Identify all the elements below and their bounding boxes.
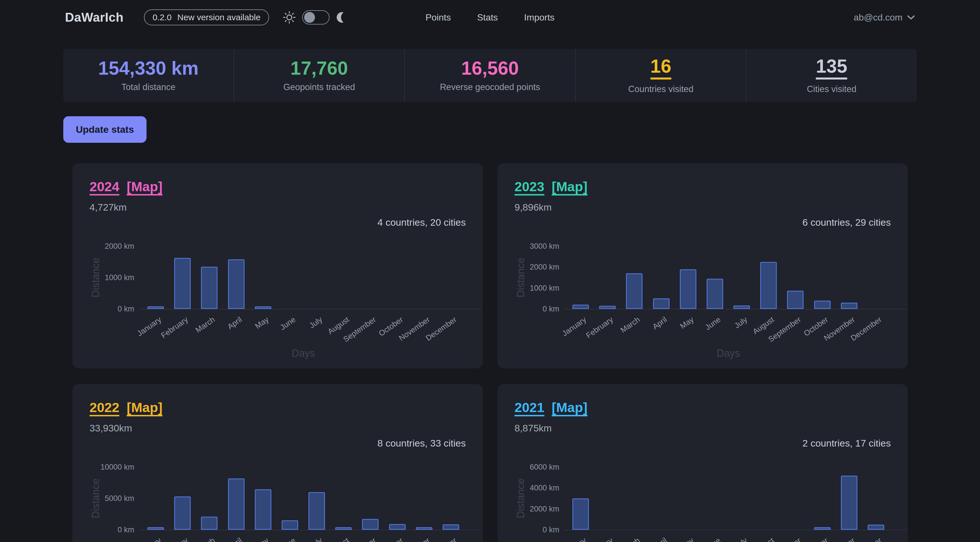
version-message: New version available <box>177 13 261 22</box>
user-menu[interactable]: ab@cd.com <box>854 12 915 23</box>
year-summary-2024: 4 countries, 20 cities <box>89 217 466 228</box>
version-number: 0.2.0 <box>153 13 172 22</box>
theme-toggle[interactable] <box>302 10 329 24</box>
stat-value-geopoints-tracked: 17,760 <box>291 59 348 78</box>
bar-august <box>760 262 777 309</box>
y-tick: 4000 km <box>514 483 559 493</box>
x-tick-december: December <box>829 536 883 542</box>
app-header: DaWarIch 0.2.0 New version available Poi… <box>0 0 980 35</box>
x-tick-june: June <box>243 536 297 542</box>
x-tick-may: May <box>641 536 695 542</box>
y-tick: 3000 km <box>514 242 559 251</box>
nav-points[interactable]: Points <box>426 12 451 23</box>
moon-icon <box>336 11 348 23</box>
map-link-2024[interactable]: [Map] <box>127 179 162 194</box>
y-tick: 2000 km <box>514 504 559 513</box>
y-tick: 0 km <box>514 305 559 313</box>
stat-value-countries-visited[interactable]: 16 <box>651 57 671 79</box>
stat-label-reverse-geocoded-points: Reverse geocoded points <box>440 82 540 92</box>
stat-value-total-distance: 154,330 km <box>98 59 198 78</box>
x-tick-september: September <box>323 536 378 542</box>
year-link-2024[interactable]: 2024 <box>89 179 119 194</box>
year-card-2022: 2022[Map]33,930km8 countries, 33 citiesD… <box>72 384 483 542</box>
y-tick: 0 km <box>89 526 134 534</box>
theme-switcher <box>283 10 348 24</box>
stat-label-geopoints-tracked: Geopoints tracked <box>283 82 355 92</box>
y-tick: 2000 km <box>89 242 134 251</box>
bar-june <box>282 520 298 530</box>
x-tick-december: December <box>829 315 883 357</box>
update-stats-button[interactable]: Update stats <box>63 116 146 143</box>
card-title-2024: 2024[Map] <box>89 179 466 194</box>
year-card-2021: 2021[Map]8,875km2 countries, 17 citiesDi… <box>497 384 908 542</box>
stat-label-countries-visited: Countries visited <box>628 84 694 94</box>
year-link-2023[interactable]: 2023 <box>514 179 544 194</box>
card-title-2023: 2023[Map] <box>514 179 891 194</box>
bar-october <box>814 527 830 530</box>
bar-march <box>201 267 218 309</box>
card-title-2021: 2021[Map] <box>514 399 891 415</box>
map-link-2022[interactable]: [Map] <box>127 399 162 415</box>
distance-chart-2024: Distance2000 km1000 km0 kmJanuaryFebruar… <box>89 246 466 369</box>
y-tick: 10000 km <box>89 463 134 472</box>
year-distance-2022: 33,930km <box>89 423 466 434</box>
year-cards-grid: 2024[Map]4,727km4 countries, 20 citiesDi… <box>72 163 908 542</box>
y-tick: 2000 km <box>514 263 559 272</box>
bar-september <box>362 519 379 530</box>
x-tick-march: March <box>587 536 642 542</box>
x-axis-line <box>565 309 907 310</box>
version-badge[interactable]: 0.2.0 New version available <box>144 10 269 25</box>
year-card-2024: 2024[Map]4,727km4 countries, 20 citiesDi… <box>72 163 483 369</box>
y-tick: 5000 km <box>89 494 134 503</box>
year-distance-2023: 9,896km <box>514 202 891 213</box>
x-tick-october: October <box>351 536 405 542</box>
year-link-2021[interactable]: 2021 <box>514 399 544 415</box>
chevron-down-icon <box>907 15 915 20</box>
stat-label-cities-visited: Cities visited <box>807 84 856 94</box>
main-nav: Points Stats Imports <box>426 12 555 23</box>
x-tick-october: October <box>776 536 830 542</box>
distance-chart-2022: Distance10000 km5000 km0 kmJanuaryFebrua… <box>89 467 466 542</box>
year-card-2023: 2023[Map]9,896km6 countries, 29 citiesDi… <box>497 163 908 369</box>
year-summary-2023: 6 countries, 29 cities <box>514 217 891 228</box>
x-tick-november: November <box>377 536 431 542</box>
map-link-2023[interactable]: [Map] <box>552 179 587 194</box>
nav-stats[interactable]: Stats <box>477 12 498 23</box>
bar-february <box>599 306 616 309</box>
stat-geopoints-tracked: 17,760Geopoints tracked <box>234 49 405 102</box>
year-link-2022[interactable]: 2022 <box>89 399 119 415</box>
nav-imports[interactable]: Imports <box>524 12 555 23</box>
sun-icon <box>283 11 296 24</box>
bar-january <box>573 498 589 530</box>
year-distance-2021: 8,875km <box>514 423 891 434</box>
x-tick-february: February <box>561 536 615 542</box>
y-tick: 6000 km <box>514 463 559 472</box>
stat-value-reverse-geocoded-points: 16,560 <box>461 59 519 78</box>
stats-row: 154,330 kmTotal distance17,760Geopoints … <box>63 49 917 102</box>
bar-june <box>706 279 723 309</box>
stat-value-cities-visited[interactable]: 135 <box>816 57 847 79</box>
x-tick-april: April <box>189 536 244 542</box>
bar-february <box>174 496 191 530</box>
x-tick-march: March <box>162 536 216 542</box>
bar-march <box>626 273 643 309</box>
x-tick-january: January <box>534 536 588 542</box>
bar-november <box>841 303 858 309</box>
card-title-2022: 2022[Map] <box>89 399 466 415</box>
x-tick-july: July <box>695 536 749 542</box>
bar-april <box>228 259 245 309</box>
year-distance-2024: 4,727km <box>89 202 466 213</box>
bar-august <box>335 527 352 530</box>
distance-chart-2023: Distance3000 km2000 km1000 km0 kmJanuary… <box>514 246 891 369</box>
x-tick-february: February <box>136 536 190 542</box>
map-link-2021[interactable]: [Map] <box>552 399 587 415</box>
bar-december <box>443 525 459 530</box>
distance-chart-2021: Distance6000 km4000 km2000 km0 kmJanuary… <box>514 467 891 542</box>
year-summary-2022: 8 countries, 33 cities <box>89 438 466 449</box>
bar-september <box>787 291 803 309</box>
bar-march <box>201 517 218 530</box>
stat-reverse-geocoded-points: 16,560Reverse geocoded points <box>405 49 576 102</box>
x-tick-july: July <box>270 536 324 542</box>
bar-july <box>309 492 325 530</box>
stat-countries-visited: 16Countries visited <box>576 49 746 102</box>
